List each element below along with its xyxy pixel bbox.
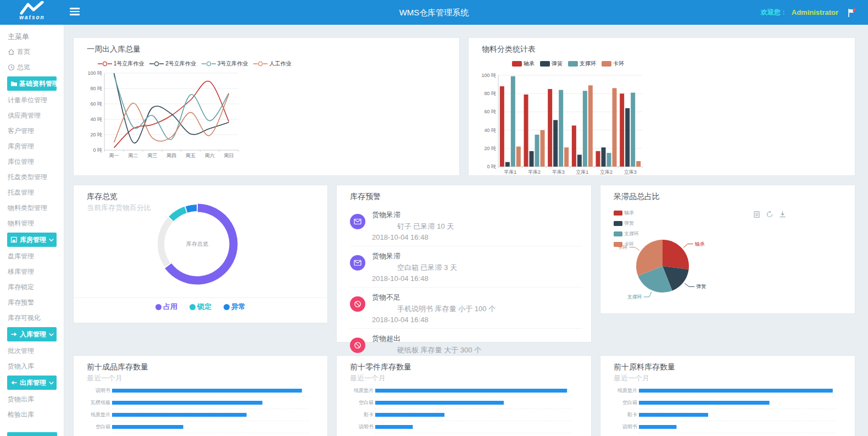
card-stagnant-share: 呆滞品总占比 轴承弹簧支撑环卡环 轴承弹簧支撑环卡环 bbox=[600, 185, 855, 314]
sidebar-item-label: 盘库管理 bbox=[8, 252, 34, 261]
sidebar-item-出库管理[interactable]: 出库管理 bbox=[7, 376, 57, 390]
legend-item-1号立库作业[interactable]: 1号立库作业 bbox=[98, 60, 144, 68]
sidebar-item-库存预警[interactable]: 库存预警 bbox=[0, 295, 64, 310]
sidebar-item-检验出库[interactable]: 检验出库 bbox=[0, 407, 64, 422]
app-root: watson WMS仓库管理系统 欢迎您： Administrator 主菜单 … bbox=[0, 0, 868, 436]
alert-title: 货物超出 bbox=[372, 334, 582, 344]
sidebar-item-label: 物料类型管理 bbox=[8, 203, 47, 213]
legend-item-占用[interactable]: 占用 bbox=[155, 302, 177, 312]
sidebar-item-货物入库[interactable]: 货物入库 bbox=[0, 358, 64, 374]
sidebar-item-库房管理[interactable]: 库房管理 bbox=[0, 139, 64, 154]
material-bar-chart: 0 吨20 吨40 吨60 吨80 吨100 吨平库1平库2平库3立库1立库2立… bbox=[477, 70, 648, 180]
sidebar-item-库位管理[interactable]: 库位管理 bbox=[0, 154, 64, 169]
svg-text:卡环: 卡环 bbox=[618, 245, 628, 250]
alert-time: 2018-10-04 16:48 bbox=[372, 274, 582, 283]
sidebar-item-计量单位管理[interactable]: 计量单位管理 bbox=[0, 92, 64, 108]
material-chart-legend: 轴承弹簧支撑环卡环 bbox=[477, 60, 659, 68]
svg-text:100 吨: 100 吨 bbox=[481, 73, 496, 78]
legend-item-2号立库作业[interactable]: 2号立库作业 bbox=[149, 60, 196, 68]
sidebar-item-托盘管理[interactable]: 托盘管理 bbox=[0, 185, 64, 200]
sidebar-item-盘库管理[interactable]: 盘库管理 bbox=[0, 249, 64, 264]
chart-toolbox bbox=[753, 211, 786, 218]
svg-text:周日: 周日 bbox=[224, 153, 234, 158]
sidebar-item-库存锁定[interactable]: 库存锁定 bbox=[0, 279, 64, 295]
svg-text:纸质垫片: 纸质垫片 bbox=[91, 412, 110, 417]
legend-item-人工作业[interactable]: 人工作业 bbox=[253, 60, 291, 68]
sidebar-item-供应商管理[interactable]: 供应商管理 bbox=[0, 108, 64, 123]
svg-text:轴承: 轴承 bbox=[695, 241, 705, 247]
sidebar-item-物料管理[interactable]: 物料管理 bbox=[0, 216, 64, 231]
card-top-parts: 前十零件库存数量 最近一个月 纸质垫片空白箱彩卡说明书 bbox=[336, 355, 592, 436]
svg-text:周三: 周三 bbox=[147, 153, 157, 158]
sidebar-item-label: 客户管理 bbox=[8, 126, 34, 136]
svg-text:20 吨: 20 吨 bbox=[90, 132, 102, 137]
legend-item-3号立库作业[interactable]: 3号立库作业 bbox=[202, 60, 248, 68]
legend-item-轴承[interactable]: 轴承 bbox=[614, 209, 639, 217]
warning-icon bbox=[350, 296, 365, 312]
sidebar-item-货物出库[interactable]: 货物出库 bbox=[0, 391, 64, 407]
svg-text:说明书: 说明书 bbox=[95, 388, 110, 393]
inventory-card-subtitle: 当前库存货物百分比 bbox=[87, 203, 151, 213]
alert-title: 货物呆滞 bbox=[372, 210, 582, 220]
sidebar-item-label: 库存锁定 bbox=[8, 283, 34, 292]
weekly-card-title: 一周出入库总量 bbox=[87, 45, 141, 54]
svg-text:说明书: 说明书 bbox=[358, 424, 374, 429]
sidebar-item-托盘类型管理[interactable]: 托盘类型管理 bbox=[0, 169, 64, 185]
sidebar-item-批次管理[interactable]: 批次管理 bbox=[0, 343, 64, 358]
legend-item-锁定[interactable]: 锁定 bbox=[190, 302, 212, 312]
sidebar-item-partial[interactable] bbox=[7, 432, 57, 436]
menu-toggle-button[interactable] bbox=[70, 8, 80, 17]
sidebar-item-客户管理[interactable]: 客户管理 bbox=[0, 123, 64, 139]
svg-text:40 吨: 40 吨 bbox=[90, 117, 102, 122]
warning-icon bbox=[350, 338, 365, 353]
notification-flag-icon[interactable] bbox=[847, 8, 856, 18]
parts-hbar-chart: 纸质垫片空白箱彩卡说明书 bbox=[343, 382, 585, 436]
legend-item-支撑环[interactable]: 支撑环 bbox=[568, 60, 596, 68]
sidebar-item-首页[interactable]: 首页 bbox=[0, 44, 64, 59]
sidebar-item-label: 托盘管理 bbox=[8, 188, 34, 197]
svg-text:瓦楞纸板: 瓦楞纸板 bbox=[91, 400, 110, 405]
chevron-down-icon bbox=[48, 332, 54, 337]
card-top-finished: 前十成品库存数量 最近一个月 说明书瓦楞纸板纸质垫片空白箱 bbox=[73, 355, 328, 436]
sidebar-item-库房管理[interactable]: 库房管理 bbox=[7, 233, 57, 247]
welcome-label: 欢迎您： bbox=[761, 8, 787, 17]
download-icon[interactable] bbox=[779, 211, 786, 218]
restore-icon[interactable] bbox=[766, 211, 774, 218]
sidebar-item-label: 货物出库 bbox=[8, 395, 34, 404]
card-top-raw: 前十原料库存数量 最近一个月 纸质垫片空白箱彩卡说明书 bbox=[600, 355, 855, 436]
legend-item-卡环[interactable]: 卡环 bbox=[602, 60, 624, 68]
svg-text:库存总览: 库存总览 bbox=[186, 241, 208, 247]
svg-text:平库3: 平库3 bbox=[552, 169, 565, 175]
svg-text:60 吨: 60 吨 bbox=[90, 101, 102, 107]
svg-text:说明书: 说明书 bbox=[622, 424, 637, 429]
svg-text:周一: 周一 bbox=[109, 153, 119, 158]
app-header: watson WMS仓库管理系统 欢迎您： Administrator bbox=[0, 0, 868, 25]
data-view-icon[interactable] bbox=[753, 211, 760, 218]
card-material-stats: 物料分类统计表 轴承弹簧支撑环卡环 0 吨20 吨40 吨60 吨80 吨100… bbox=[468, 37, 855, 176]
sidebar-item-总览[interactable]: 总览 bbox=[0, 59, 64, 75]
logo[interactable]: watson bbox=[0, 0, 64, 25]
legend-item-轴承[interactable]: 轴承 bbox=[512, 60, 535, 68]
stagnant-card-title: 呆滞品总占比 bbox=[614, 192, 660, 202]
legend-item-弹簧[interactable]: 弹簧 bbox=[540, 60, 563, 68]
sidebar-item-label: 基础资料管理 bbox=[19, 79, 59, 89]
sidebar-item-label: 供应商管理 bbox=[8, 111, 41, 120]
divider bbox=[74, 297, 327, 298]
sidebar-item-label: 入库管理 bbox=[20, 330, 46, 339]
sidebar-item-label: 移库管理 bbox=[8, 267, 34, 277]
sidebar-item-库存可视化[interactable]: 库存可视化 bbox=[0, 310, 64, 325]
svg-text:40 吨: 40 吨 bbox=[484, 128, 496, 133]
alert-time: 2018-10-04 16:48 bbox=[372, 233, 582, 241]
sidebar-item-基础资料管理[interactable]: 基础资料管理 bbox=[7, 76, 57, 91]
legend-item-异常[interactable]: 异常 bbox=[224, 302, 246, 312]
sidebar-item-入库管理[interactable]: 入库管理 bbox=[7, 327, 57, 341]
sidebar-item-移库管理[interactable]: 移库管理 bbox=[0, 264, 64, 279]
svg-text:空白箱: 空白箱 bbox=[96, 424, 110, 429]
warehouse-icon bbox=[10, 236, 18, 243]
sidebar-item-物料类型管理[interactable]: 物料类型管理 bbox=[0, 200, 64, 216]
sidebar-item-label: 库房管理 bbox=[20, 235, 46, 245]
svg-text:空白箱: 空白箱 bbox=[622, 400, 637, 405]
material-card-title: 物料分类统计表 bbox=[482, 45, 536, 54]
svg-text:立库3: 立库3 bbox=[624, 169, 637, 175]
overview-icon bbox=[8, 64, 15, 71]
